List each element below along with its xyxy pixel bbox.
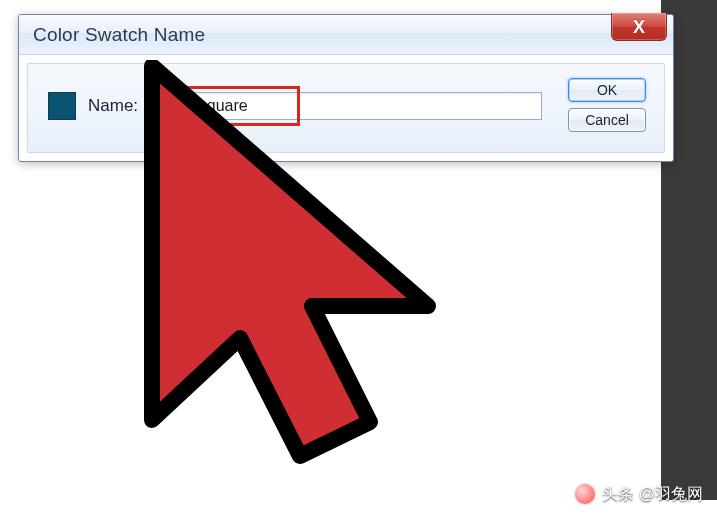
color-swatch-preview: [48, 92, 76, 120]
watermark: 头条 @羽兔网: [574, 483, 703, 505]
cancel-button[interactable]: Cancel: [568, 108, 646, 132]
watermark-avatar-icon: [574, 483, 596, 505]
watermark-text: 头条 @羽兔网: [602, 484, 703, 505]
dialog-titlebar: Color Swatch Name X: [19, 15, 673, 55]
color-swatch-name-dialog: Color Swatch Name X Name: OK Cancel: [18, 14, 674, 162]
dialog-client-area: Name: OK Cancel: [27, 63, 665, 153]
dialog-title: Color Swatch Name: [33, 24, 205, 46]
ok-button[interactable]: OK: [568, 78, 646, 102]
close-icon: X: [633, 18, 645, 36]
name-input[interactable]: [150, 92, 542, 120]
close-button[interactable]: X: [611, 13, 667, 41]
name-label: Name:: [88, 96, 138, 116]
